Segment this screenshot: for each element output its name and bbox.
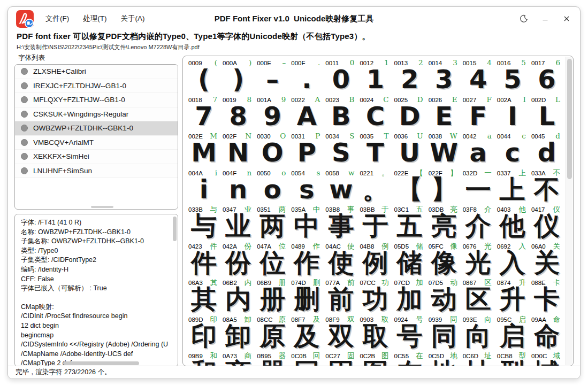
glyph-cell: 0034SS (324, 130, 358, 167)
glyph-preview: 号 (393, 322, 427, 350)
glyph-cell: 033A不不 (530, 167, 564, 204)
glyph-preview: S (324, 138, 358, 166)
glyph-cell: 06A0关关 (530, 241, 564, 277)
glyph-cell: 022E【【 (393, 167, 427, 204)
glyph-preview: C (358, 102, 392, 130)
menu-item[interactable]: 处理(T) (77, 10, 112, 27)
minimize-button[interactable] (536, 11, 554, 27)
glyph-unicode-char: 2 (418, 58, 423, 67)
glyph-preview: ( (187, 65, 221, 93)
details-vscrollbar-thumb[interactable] (173, 217, 177, 241)
close-button[interactable] (558, 11, 576, 27)
details-hscrollbar[interactable] (16, 361, 171, 365)
glyph-preview: N (221, 138, 255, 166)
glyph-unicode-char: . (318, 58, 320, 67)
glyph-unicode-char: ) (249, 58, 251, 67)
glyph-preview: 业 (221, 212, 255, 240)
glyph-preview: 于 (358, 212, 392, 240)
font-bullet-icon (21, 111, 28, 118)
glyph-cell: 001655 (495, 57, 530, 94)
glyph-cell: 0CB8型型 (495, 350, 530, 366)
glyph-cell: 03C1五五 (393, 204, 427, 241)
moon-icon (520, 14, 528, 23)
cmap-line: /CIDSystemInfo <</Registry (Adobe) /Orde… (21, 340, 170, 350)
font-list-item[interactable]: LNUHNF+SimSun (15, 164, 178, 179)
theme-toggle-button[interactable] (515, 11, 533, 27)
details-hscrollbar-thumb[interactable] (63, 361, 139, 365)
glyph-preview: 原 (255, 322, 289, 350)
font-bullet-icon (21, 96, 28, 103)
font-list-hscrollbar-thumb[interactable] (91, 206, 113, 208)
detail-line: 字体已嵌入（可解析） : True (21, 284, 170, 294)
glyph-cell: 0221。。 (358, 167, 392, 204)
app-description: PDF font fixer 可以修复PDF文档内嵌的Type0、Type1等字… (17, 32, 572, 42)
glyph-cell: 03DB亮亮 (427, 204, 461, 241)
glyph-unicode-char: 8 (247, 95, 252, 104)
details-vscrollbar[interactable] (172, 215, 177, 360)
glyph-vscrollbar[interactable] (566, 57, 572, 365)
glyph-preview: 储 (393, 249, 427, 276)
detail-line: 编码: /Identity-H (21, 265, 170, 275)
glyph-preview: 前 (324, 285, 358, 313)
glyph-cell: 0035TT (358, 130, 392, 167)
font-list-item[interactable]: CSKSUK+Wingdings-Regular (15, 107, 178, 122)
glyph-preview: 不 (530, 175, 564, 203)
glyph-preview: c (495, 138, 530, 166)
glyph-preview: 加 (393, 285, 427, 313)
glyph-preview: 及 (289, 322, 324, 350)
glyph-unicode-char: E (452, 95, 457, 104)
glyph-preview: 】 (427, 175, 461, 203)
glyph-preview: 入 (495, 249, 530, 276)
glyph-cell: 0351两两 (255, 204, 289, 241)
glyph-cell: 0054ss (289, 167, 324, 204)
glyph-cell: 0423件件 (187, 241, 221, 277)
glyph-cell: 042A份份 (221, 241, 255, 277)
font-list-item[interactable]: ZLXSHE+Calibri (15, 65, 178, 79)
font-list-item[interactable]: MFLQXY+FZLTHJW--GB1-0 (15, 93, 178, 107)
font-list-item[interactable]: VMBCQV+ArialMT (15, 136, 178, 150)
glyph-cell: 0939同同 (427, 314, 461, 351)
glyph-preview: 升 (495, 285, 530, 313)
glyph-preview: 与 (187, 212, 221, 240)
menu-item[interactable]: 文件(F) (40, 10, 75, 27)
glyph-cell: 0B95器器 (255, 350, 289, 366)
glyph-cell: 001766 (530, 57, 564, 94)
glyph-cell: 0030OO (255, 130, 289, 167)
detail-line: 子集类型: /CIDFontType2 (21, 256, 170, 265)
menu-item[interactable]: 关于(A) (115, 10, 151, 27)
glyph-preview: 3 (427, 65, 461, 93)
glyph-cell: 0044cc (495, 130, 530, 167)
glyph-preview: 亮 (427, 212, 461, 240)
glyph-cell: 0022AA (289, 94, 324, 131)
glyph-cell: 0025DD (393, 94, 427, 131)
font-list-item[interactable]: XEKKFX+SimHei (15, 150, 178, 164)
glyph-cell: 09AA命命 (530, 314, 564, 351)
glyph-cell: 0042aa (461, 130, 495, 167)
font-list-item[interactable]: IREXJC+FZLTDHJW--GB1-0 (15, 79, 178, 94)
glyph-preview: E (427, 102, 461, 130)
glyph-preview: 作 (289, 249, 324, 276)
glyph-cell: 0692入入 (495, 241, 530, 277)
font-name: XEKKFX+SimHei (33, 152, 89, 160)
glyph-unicode-char: o (281, 168, 286, 177)
detail-line: 名称: OWBZWP+FZLTDHK--GBK1-0 (21, 228, 170, 237)
glyph-unicode-char: L (555, 95, 560, 104)
glyph-preview: 印 (187, 322, 221, 350)
font-list-item[interactable]: OWBZWP+FZLTDHK--GBK1-0 (15, 121, 178, 136)
glyph-cell: 08CC原原 (255, 314, 289, 351)
glyph-preview: 命 (530, 322, 564, 350)
status-text: 完毕，渲染字符 273/22026 个。 (16, 368, 111, 377)
glyph-cell: 08F9双双 (324, 314, 358, 351)
glyph-cell: 03BB于于 (358, 204, 392, 241)
glyph-cell: 0027FF (461, 94, 495, 131)
glyph-unicode-char: ( (215, 58, 217, 67)
glyph-cell: 001100 (324, 57, 358, 94)
menu-bar: 文件(F)处理(T)关于(A) (40, 10, 151, 27)
glyph-preview: 域 (530, 358, 564, 366)
font-name: VMBCQV+ArialMT (33, 138, 94, 146)
glyph-cell: 0676光光 (461, 241, 495, 277)
glyph-preview: 卸 (221, 322, 255, 350)
font-bullet-icon (21, 167, 28, 174)
glyph-vscrollbar-thumb[interactable] (567, 59, 572, 179)
glyph-preview: 【 (393, 175, 427, 203)
